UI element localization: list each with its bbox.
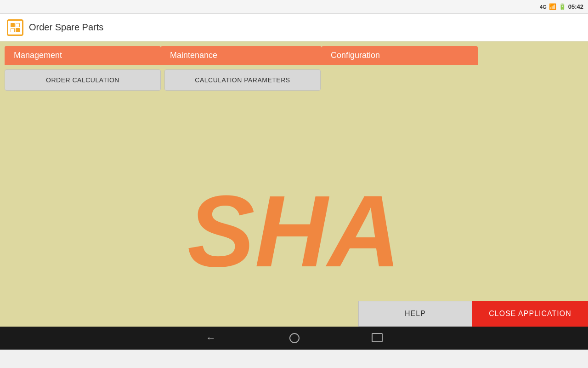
order-calculation-button[interactable]: ORDER CALCULATION — [5, 69, 161, 91]
tab-content-area: ORDER CALCULATION CALCULATION PARAMETERS — [5, 65, 583, 95]
signal-bars: 📶 — [549, 3, 556, 10]
tab-management[interactable]: Management — [5, 46, 161, 65]
back-button[interactable] — [206, 332, 216, 344]
recents-button[interactable] — [373, 334, 382, 342]
help-button[interactable]: HELP — [358, 301, 472, 327]
main-content: Management Maintenance Configuration ORD… — [0, 41, 588, 327]
bottom-action-bar: HELP CLOSE APPLICATION — [358, 301, 588, 327]
nav-tabs: Management Maintenance Configuration — [0, 41, 588, 65]
battery-icon: 🔋 — [559, 3, 566, 10]
status-icons: 4G 📶 🔋 05:42 — [540, 3, 583, 10]
time-display: 05:42 — [568, 3, 583, 10]
app-icon — [7, 19, 23, 36]
calculation-parameters-button[interactable]: CALCULATION PARAMETERS — [164, 69, 321, 91]
android-nav-bar — [0, 327, 588, 350]
tab-configuration[interactable]: Configuration — [322, 46, 478, 65]
signal-icon: 4G — [540, 4, 547, 10]
app-title: Order Spare Parts — [29, 22, 103, 33]
home-button[interactable] — [289, 333, 300, 343]
tab-maintenance[interactable]: Maintenance — [161, 46, 322, 65]
app-header: Order Spare Parts — [0, 14, 588, 41]
sha-watermark: SHA — [187, 173, 401, 290]
status-bar: 4G 📶 🔋 05:42 — [0, 0, 588, 14]
close-application-button[interactable]: CLOSE APPLICATION — [472, 301, 588, 327]
